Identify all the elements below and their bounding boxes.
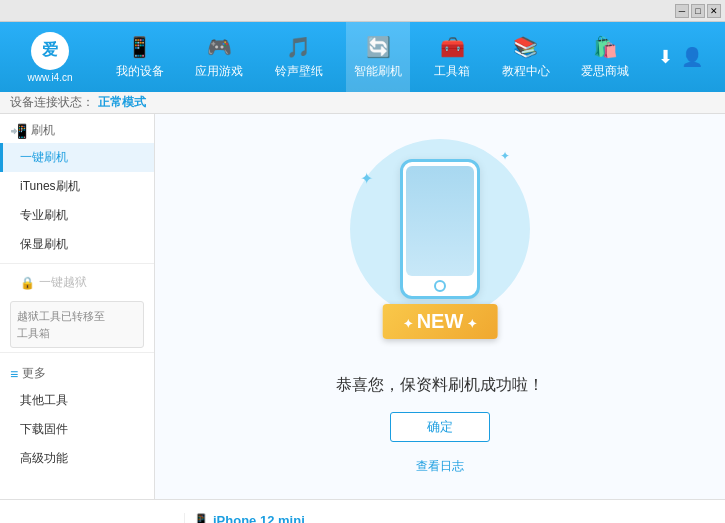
nav-app-game-label: 应用游戏 (195, 63, 243, 80)
nav-toolbox-label: 工具箱 (434, 63, 470, 80)
nav-smart-flash-label: 智能刷机 (354, 63, 402, 80)
nav-tutorial[interactable]: 📚 教程中心 (494, 22, 558, 92)
nav-toolbox-icon: 🧰 (440, 35, 465, 59)
logo-url: www.i4.cn (27, 72, 72, 83)
user-icon[interactable]: 👤 (681, 46, 703, 68)
nav-apple-shop[interactable]: 🛍️ 爱思商城 (573, 22, 637, 92)
phone-illustration: ✦ ✦ NEW (340, 139, 540, 359)
nav-tutorial-icon: 📚 (513, 35, 538, 59)
view-log-link[interactable]: 查看日志 (416, 458, 464, 475)
sidebar-section-more-header: ≡ 更多 (0, 357, 154, 386)
flash-section-icon: 📲 (10, 123, 27, 139)
new-badge: NEW (383, 304, 498, 339)
sidebar-item-other-tools[interactable]: 其他工具 (0, 386, 154, 415)
download-firmware-label: 下载固件 (20, 422, 68, 436)
nav-ringtone-icon: 🎵 (286, 35, 311, 59)
download-icon[interactable]: ⬇ (658, 46, 673, 68)
sidebar-item-advanced[interactable]: 高级功能 (0, 444, 154, 473)
jailbreak-section-label: 一键越狱 (39, 274, 87, 291)
nav-ringtone[interactable]: 🎵 铃声壁纸 (267, 22, 331, 92)
sidebar-divider-2 (0, 352, 154, 353)
nav-smart-flash[interactable]: 🔄 智能刷机 (346, 22, 410, 92)
title-bar: ─ □ ✕ (0, 0, 725, 22)
status-label: 设备连接状态： (10, 94, 94, 111)
sidebar-item-itunes-flash[interactable]: iTunes刷机 (0, 172, 154, 201)
advanced-label: 高级功能 (20, 451, 68, 465)
jailbreak-info-box: 越狱工具已转移至工具箱 (10, 301, 144, 348)
sidebar-section-flash-header: 📲 刷机 (0, 114, 154, 143)
sidebar-divider-1 (0, 263, 154, 264)
header: 爱 www.i4.cn 📱 我的设备 🎮 应用游戏 🎵 铃声壁纸 🔄 智能刷机 … (0, 22, 725, 92)
content-area: ✦ ✦ NEW 恭喜您，保资料刷机成功啦！ 确定 查看日志 (155, 114, 725, 499)
confirm-button[interactable]: 确定 (390, 412, 490, 442)
success-message: 恭喜您，保资料刷机成功啦！ (336, 375, 544, 396)
bottom-device-bar: 自动激活 跳过向导 📱 iPhone 12 mini 64GB Down-12m… (0, 499, 725, 523)
sparkle-icon-right: ✦ (500, 149, 510, 163)
nav-app-game[interactable]: 🎮 应用游戏 (187, 22, 251, 92)
flash-section-label: 刷机 (31, 122, 55, 139)
one-click-flash-label: 一键刷机 (20, 150, 68, 164)
header-right: ⬇ 👤 (645, 46, 725, 68)
minimize-button[interactable]: ─ (675, 4, 689, 18)
sidebar-item-download-firmware[interactable]: 下载固件 (0, 415, 154, 444)
phone-device (400, 159, 480, 299)
nav-my-device-icon: 📱 (127, 35, 152, 59)
device-info: 📱 iPhone 12 mini 64GB Down-12mini-13,1 (184, 513, 305, 523)
sparkle-icon-left: ✦ (360, 169, 373, 188)
maximize-button[interactable]: □ (691, 4, 705, 18)
nav-apple-shop-icon: 🛍️ (593, 35, 618, 59)
save-flash-label: 保显刷机 (20, 237, 68, 251)
sidebar-item-one-click-flash[interactable]: 一键刷机 (0, 143, 154, 172)
close-button[interactable]: ✕ (707, 4, 721, 18)
nav-smart-flash-icon: 🔄 (366, 35, 391, 59)
nav-my-device[interactable]: 📱 我的设备 (108, 22, 172, 92)
nav-app-game-icon: 🎮 (207, 35, 232, 59)
nav-ringtone-label: 铃声壁纸 (275, 63, 323, 80)
nav-bar: 📱 我的设备 🎮 应用游戏 🎵 铃声壁纸 🔄 智能刷机 🧰 工具箱 📚 教程中心… (100, 22, 645, 92)
nav-toolbox[interactable]: 🧰 工具箱 (426, 22, 478, 92)
logo-area: 爱 www.i4.cn (0, 32, 100, 83)
other-tools-label: 其他工具 (20, 393, 68, 407)
phone-screen (406, 166, 474, 276)
nav-apple-shop-label: 爱思商城 (581, 63, 629, 80)
pro-flash-label: 专业刷机 (20, 208, 68, 222)
window-controls[interactable]: ─ □ ✕ (675, 4, 721, 18)
status-value: 正常模式 (98, 94, 146, 111)
nav-my-device-label: 我的设备 (116, 63, 164, 80)
device-icon: 📱 (193, 513, 209, 523)
logo-symbol: 爱 (42, 40, 58, 61)
phone-home-btn (434, 280, 446, 292)
device-name: 📱 iPhone 12 mini (193, 513, 305, 523)
logo-icon: 爱 (31, 32, 69, 70)
sidebar: 📲 刷机 一键刷机 iTunes刷机 专业刷机 保显刷机 🔒 一键越狱 越狱工具… (0, 114, 155, 499)
sidebar-item-pro-flash[interactable]: 专业刷机 (0, 201, 154, 230)
more-section-icon: ≡ (10, 366, 18, 382)
sidebar-item-save-flash[interactable]: 保显刷机 (0, 230, 154, 259)
sidebar-section-jailbreak-header: 🔒 一键越狱 (0, 268, 154, 297)
status-bar: 设备连接状态： 正常模式 (0, 92, 725, 114)
main-layout: 📲 刷机 一键刷机 iTunes刷机 专业刷机 保显刷机 🔒 一键越狱 越狱工具… (0, 114, 725, 499)
more-section-label: 更多 (22, 365, 46, 382)
nav-tutorial-label: 教程中心 (502, 63, 550, 80)
jailbreak-info-text: 越狱工具已转移至工具箱 (17, 310, 105, 339)
lock-icon: 🔒 (20, 276, 35, 290)
itunes-flash-label: iTunes刷机 (20, 179, 80, 193)
